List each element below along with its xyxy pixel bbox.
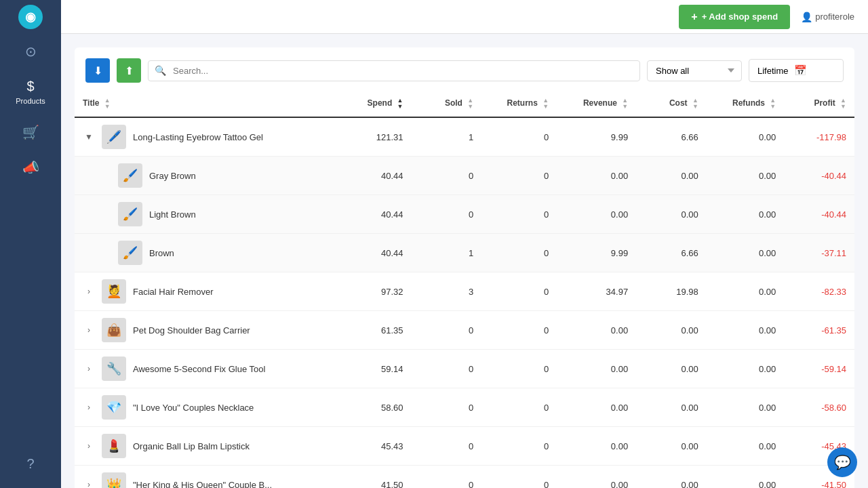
- filter-select[interactable]: Show all Active Paused: [647, 60, 742, 81]
- table-row: 🖌️Light Brown40.44000.000.000.00-40.44: [75, 195, 854, 234]
- cell-sold: 0: [412, 466, 482, 489]
- col-returns[interactable]: Returns ▲▼: [481, 91, 557, 117]
- cell-sold: 3: [412, 272, 482, 311]
- table-row: 🖌️Brown40.44109.996.660.00-37.11: [75, 234, 854, 272]
- cell-cost: 0.00: [636, 311, 707, 350]
- cart-icon: 🛒: [22, 124, 39, 140]
- product-image: 🖌️: [118, 202, 142, 226]
- cell-revenue: 0.00: [557, 157, 636, 195]
- cell-cost: 0.00: [636, 427, 707, 466]
- sort-arrows-title: ▲▼: [104, 98, 111, 110]
- product-image: 🖌️: [118, 163, 142, 188]
- cell-returns: 0: [481, 117, 557, 157]
- cell-sold: 0: [412, 427, 482, 466]
- cell-title: ›👑"Her King & His Queen" Couple B...: [75, 466, 341, 489]
- sidebar: ⊙ $ Products 🛒 📣 ?: [0, 0, 61, 488]
- cell-revenue: 0.00: [557, 195, 636, 234]
- sort-arrows-sold: ▲▼: [467, 98, 473, 110]
- table-row: ›🔧Awesome 5-Second Fix Glue Tool59.14000…: [75, 350, 854, 388]
- cell-profit: -40.44: [784, 157, 854, 195]
- add-shop-spend-button[interactable]: + + Add shop spend: [679, 5, 790, 29]
- date-filter[interactable]: Lifetime 📅: [749, 59, 844, 82]
- date-label: Lifetime: [757, 66, 789, 76]
- upload-button[interactable]: ⬆: [117, 58, 141, 83]
- table-row: ›💎"I Love You" Couples Necklace58.60000.…: [75, 388, 854, 427]
- cell-refunds: 0.00: [707, 272, 784, 311]
- cell-revenue: 0.00: [557, 350, 636, 388]
- cell-refunds: 0.00: [707, 427, 784, 466]
- sidebar-item-help[interactable]: ?: [0, 447, 61, 481]
- main-content: ⬇ ⬆ 🔍 Show all Active Paused Lifetime 📅: [61, 34, 868, 488]
- cell-cost: 0.00: [636, 195, 707, 234]
- sidebar-item-products[interactable]: $ Products: [0, 69, 61, 115]
- cell-cost: 0.00: [636, 388, 707, 427]
- search-icon: 🔍: [155, 65, 166, 76]
- sidebar-label-products: Products: [16, 97, 45, 105]
- col-refunds[interactable]: Refunds ▲▼: [707, 91, 784, 117]
- expand-button[interactable]: ›: [83, 479, 95, 488]
- cell-refunds: 0.00: [707, 117, 784, 157]
- cell-profit: -117.98: [784, 117, 854, 157]
- col-title[interactable]: Title ▲▼: [75, 91, 341, 117]
- col-cost[interactable]: Cost ▲▼: [636, 91, 707, 117]
- add-spend-label: + Add shop spend: [702, 12, 778, 22]
- username-label: profiterole: [815, 12, 854, 22]
- search-input[interactable]: [148, 60, 640, 81]
- cell-sold: 0: [412, 157, 482, 195]
- cell-title: ›🔧Awesome 5-Second Fix Glue Tool: [75, 350, 341, 388]
- cell-revenue: 0.00: [557, 466, 636, 489]
- product-title: Long-Lasting Eyebrow Tattoo Gel: [133, 132, 263, 142]
- cell-cost: 0.00: [636, 157, 707, 195]
- expand-button[interactable]: ›: [83, 440, 95, 452]
- user-menu[interactable]: 👤 profiterole: [801, 12, 854, 22]
- cell-cost: 6.66: [636, 234, 707, 272]
- product-title: "Her King & His Queen" Couple B...: [133, 480, 272, 489]
- products-table: Title ▲▼ Spend ▲▼ Sold ▲▼ Returns ▲▼ Rev…: [75, 91, 854, 488]
- topbar-logo-area: ◉: [0, 0, 61, 34]
- col-profit[interactable]: Profit ▲▼: [784, 91, 854, 117]
- col-revenue[interactable]: Revenue ▲▼: [557, 91, 636, 117]
- download-button[interactable]: ⬇: [85, 58, 110, 83]
- cell-revenue: 0.00: [557, 427, 636, 466]
- toolbar: ⬇ ⬆ 🔍 Show all Active Paused Lifetime 📅: [75, 47, 854, 91]
- product-title: Organic Ball Lip Balm Lipstick: [133, 441, 250, 451]
- calendar-icon: 📅: [794, 64, 807, 77]
- sidebar-item-orders[interactable]: 🛒: [0, 115, 61, 150]
- product-image: 👑: [102, 472, 126, 488]
- cell-title: ›💎"I Love You" Couples Necklace: [75, 388, 341, 427]
- plus-icon: +: [691, 11, 697, 23]
- cell-returns: 0: [481, 466, 557, 489]
- cell-returns: 0: [481, 234, 557, 272]
- sidebar-item-activity[interactable]: ⊙: [0, 34, 61, 69]
- table-row: ›👑"Her King & His Queen" Couple B...41.5…: [75, 466, 854, 489]
- product-title: Facial Hair Remover: [133, 287, 213, 297]
- table-row: 🖌️Gray Brown40.44000.000.000.00-40.44: [75, 157, 854, 195]
- cell-refunds: 0.00: [707, 311, 784, 350]
- cell-sold: 1: [412, 117, 482, 157]
- cell-returns: 0: [481, 427, 557, 466]
- table-header-row: Title ▲▼ Spend ▲▼ Sold ▲▼ Returns ▲▼ Rev…: [75, 91, 854, 117]
- table-row: ▼🖊️Long-Lasting Eyebrow Tattoo Gel121.31…: [75, 117, 854, 157]
- cell-revenue: 34.97: [557, 272, 636, 311]
- cell-spend: 58.60: [341, 388, 412, 427]
- expand-button[interactable]: ›: [83, 324, 95, 336]
- product-title: Pet Dog Shoulder Bag Carrier: [133, 325, 250, 336]
- chat-button[interactable]: 💬: [827, 447, 857, 477]
- cell-spend: 40.44: [341, 234, 412, 272]
- cell-title: 🖌️Light Brown: [75, 195, 341, 234]
- col-spend[interactable]: Spend ▲▼: [341, 91, 412, 117]
- product-title: Light Brown: [149, 209, 196, 220]
- cell-cost: 19.98: [636, 272, 707, 311]
- activity-icon: ⊙: [25, 43, 37, 60]
- cell-profit: -40.44: [784, 195, 854, 234]
- cell-profit: -82.33: [784, 272, 854, 311]
- expand-button[interactable]: ▼: [83, 131, 95, 143]
- expand-button[interactable]: ›: [83, 285, 95, 298]
- col-sold[interactable]: Sold ▲▼: [412, 91, 482, 117]
- product-image: 👜: [102, 318, 126, 342]
- expand-button[interactable]: ›: [83, 401, 95, 413]
- sidebar-item-campaigns[interactable]: 📣: [0, 150, 61, 185]
- cell-profit: -61.35: [784, 311, 854, 350]
- expand-button[interactable]: ›: [83, 363, 95, 375]
- cell-spend: 41.50: [341, 466, 412, 489]
